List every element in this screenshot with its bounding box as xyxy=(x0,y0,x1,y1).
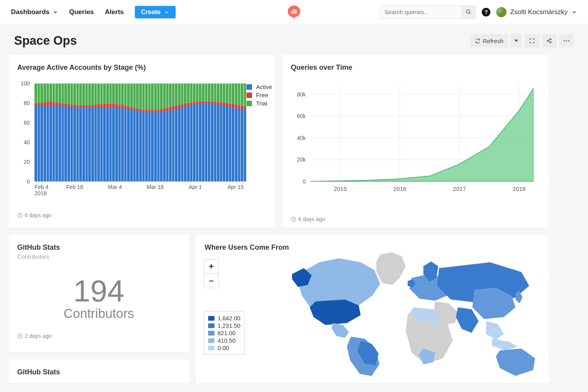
nav-dashboards[interactable]: Dashboards xyxy=(11,8,58,16)
zoom-in-button[interactable]: + xyxy=(204,260,218,274)
card-accounts-by-stage: Average Active Accounts by Stage (%) 020… xyxy=(9,55,275,228)
create-button[interactable]: Create xyxy=(135,6,176,18)
nav-alerts[interactable]: Alerts xyxy=(105,8,124,16)
fullscreen-button[interactable] xyxy=(524,34,539,47)
svg-point-8 xyxy=(550,38,552,40)
card-title: GitHub Stats xyxy=(17,368,180,376)
svg-line-12 xyxy=(548,41,550,42)
more-button[interactable] xyxy=(559,34,574,47)
caret-down-icon xyxy=(514,39,518,43)
card-title: Average Active Accounts by Stage (%) xyxy=(17,64,267,72)
search-icon xyxy=(466,9,472,15)
clock-icon xyxy=(17,213,22,218)
zoom-out-button[interactable]: – xyxy=(204,274,218,288)
clock-icon xyxy=(17,334,22,339)
share-icon xyxy=(546,38,552,44)
svg-rect-0 xyxy=(291,11,293,14)
timestamp: 6 days ago xyxy=(17,212,267,218)
chart-queries: 020k40k60k80k 2015201620172018 xyxy=(291,83,540,209)
svg-text:?: ? xyxy=(484,9,488,15)
card-github-stats-2: GitHub Stats xyxy=(9,359,189,383)
map-legend: 1,642.00 1,231.50 821.00 410.50 0.00 xyxy=(204,311,245,355)
logo xyxy=(286,4,302,20)
user-menu[interactable]: Zsolti Kocsmárszky xyxy=(496,7,577,17)
fullscreen-icon xyxy=(529,38,535,44)
svg-marker-7 xyxy=(514,40,518,42)
svg-line-4 xyxy=(469,13,470,14)
chart-accounts: 020406080100 Feb 42018Feb 18Mar 4Mar 18A… xyxy=(17,83,267,205)
svg-point-14 xyxy=(566,40,567,41)
svg-line-11 xyxy=(548,40,550,40)
user-name: Zsolti Kocsmárszky xyxy=(510,8,568,16)
svg-rect-2 xyxy=(295,10,297,14)
card-title: Queries over Time xyxy=(291,64,540,72)
search-button[interactable] xyxy=(462,5,476,19)
search-input[interactable] xyxy=(379,5,462,19)
chevron-down-icon xyxy=(572,9,577,15)
world-map[interactable] xyxy=(278,250,545,376)
nav-dashboards-label: Dashboards xyxy=(11,8,49,16)
timestamp: 6 days ago xyxy=(291,216,540,222)
card-subtitle: Contributors xyxy=(17,253,180,260)
refresh-label: Refresh xyxy=(483,38,503,44)
card-queries-over-time: Queries over Time 020k40k60k80k 20152016… xyxy=(282,55,549,228)
nav-queries[interactable]: Queries xyxy=(69,8,94,16)
card-users-map: Where Users Come From + – 1,642.00 1,231… xyxy=(196,235,549,383)
clock-icon xyxy=(291,217,296,222)
ellipsis-icon xyxy=(563,40,570,42)
create-button-label: Create xyxy=(141,9,161,16)
svg-rect-1 xyxy=(293,9,295,14)
svg-point-3 xyxy=(466,10,470,13)
github-count-label: Contributors xyxy=(17,306,180,321)
card-github-stats: GitHub Stats Contributors 194 Contributo… xyxy=(9,235,189,352)
help-icon[interactable]: ? xyxy=(481,7,491,17)
avatar xyxy=(496,7,506,17)
chevron-down-icon xyxy=(164,9,169,15)
refresh-button[interactable]: Refresh xyxy=(470,34,508,47)
svg-point-15 xyxy=(568,40,569,41)
page-title: Space Ops xyxy=(14,34,77,48)
svg-point-9 xyxy=(547,40,549,42)
refresh-icon xyxy=(475,38,480,44)
svg-point-13 xyxy=(563,40,564,41)
share-button[interactable] xyxy=(542,34,557,47)
svg-point-10 xyxy=(550,42,552,43)
timestamp: 2 days ago xyxy=(17,333,180,339)
card-title: GitHub Stats xyxy=(17,243,180,252)
refresh-dropdown[interactable] xyxy=(510,34,522,47)
github-count: 194 xyxy=(17,276,180,306)
chevron-down-icon xyxy=(53,9,58,15)
